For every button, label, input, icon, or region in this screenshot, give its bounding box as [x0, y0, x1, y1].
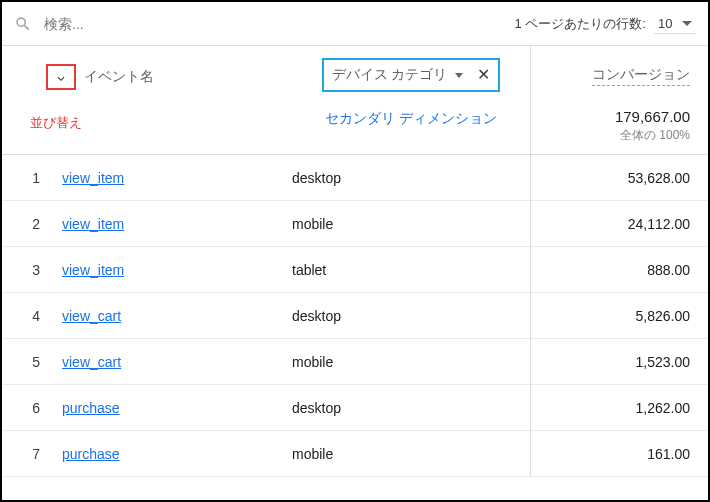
- device-cell: mobile: [292, 354, 530, 370]
- rows-per-page: 1 ページあたりの行数: 10: [515, 14, 696, 34]
- event-cell: purchase: [62, 400, 292, 416]
- event-header-label: イベント名: [84, 68, 154, 84]
- conversion-pct: 全体の 100%: [543, 127, 690, 144]
- row-index: 7: [2, 446, 62, 462]
- column-event-name[interactable]: イベント名 並び替え: [2, 46, 292, 154]
- table-row: 6purchasedesktop1,262.00: [2, 385, 708, 431]
- table-row: 5view_cartmobile1,523.00: [2, 339, 708, 385]
- device-cell: desktop: [292, 400, 530, 416]
- conversion-cell: 888.00: [530, 247, 708, 292]
- table-body: 1view_itemdesktop53,628.002view_itemmobi…: [2, 155, 708, 477]
- event-cell: purchase: [62, 446, 292, 462]
- conversion-cell: 161.00: [530, 431, 708, 476]
- device-chip-label: デバイス カテゴリ: [332, 66, 448, 84]
- row-index: 3: [2, 262, 62, 278]
- table-row: 1view_itemdesktop53,628.00: [2, 155, 708, 201]
- row-index: 1: [2, 170, 62, 186]
- chevron-down-icon: [455, 73, 463, 78]
- row-index: 4: [2, 308, 62, 324]
- table-row: 4view_cartdesktop5,826.00: [2, 293, 708, 339]
- conversion-header-label: コンバージョン: [592, 64, 690, 86]
- arrow-down-icon: [54, 70, 68, 84]
- row-index: 6: [2, 400, 62, 416]
- device-cell: desktop: [292, 308, 530, 324]
- event-link[interactable]: view_cart: [62, 308, 121, 324]
- sort-annotation: 並び替え: [30, 114, 82, 132]
- conversion-cell: 1,523.00: [530, 339, 708, 384]
- secondary-dimension-link[interactable]: セカンダリ ディメンション: [325, 110, 497, 128]
- rows-per-page-select[interactable]: 10: [654, 14, 696, 34]
- close-icon[interactable]: ✕: [477, 67, 490, 83]
- event-link[interactable]: view_item: [62, 262, 124, 278]
- device-cell: desktop: [292, 170, 530, 186]
- table-row: 3view_itemtablet888.00: [2, 247, 708, 293]
- table-row: 7purchasemobile161.00: [2, 431, 708, 477]
- search-bar: 1 ページあたりの行数: 10: [2, 2, 708, 46]
- event-cell: view_item: [62, 262, 292, 278]
- conversion-total: 179,667.00: [543, 108, 690, 125]
- event-link[interactable]: view_item: [62, 216, 124, 232]
- event-link[interactable]: purchase: [62, 400, 120, 416]
- conversion-cell: 24,112.00: [530, 201, 708, 246]
- rows-per-page-label: 1 ページあたりの行数:: [515, 15, 646, 33]
- event-cell: view_cart: [62, 354, 292, 370]
- search-input[interactable]: [44, 16, 515, 32]
- row-index: 5: [2, 354, 62, 370]
- conversion-cell: 5,826.00: [530, 293, 708, 338]
- device-category-chip[interactable]: デバイス カテゴリ ✕: [322, 58, 501, 92]
- row-index: 2: [2, 216, 62, 232]
- chevron-down-icon: [682, 21, 692, 26]
- device-cell: mobile: [292, 216, 530, 232]
- column-conversion[interactable]: コンバージョン 179,667.00 全体の 100%: [530, 46, 708, 154]
- device-cell: mobile: [292, 446, 530, 462]
- event-cell: view_item: [62, 216, 292, 232]
- rows-per-page-value: 10: [658, 16, 672, 31]
- event-cell: view_cart: [62, 308, 292, 324]
- column-device-category: デバイス カテゴリ ✕ セカンダリ ディメンション: [292, 46, 530, 154]
- conversion-cell: 1,262.00: [530, 385, 708, 430]
- table-row: 2view_itemmobile24,112.00: [2, 201, 708, 247]
- search-icon: [14, 15, 32, 33]
- device-cell: tablet: [292, 262, 530, 278]
- event-link[interactable]: view_cart: [62, 354, 121, 370]
- table-header: イベント名 並び替え デバイス カテゴリ ✕ セカンダリ ディメンション コンバ…: [2, 46, 708, 155]
- sort-indicator-box: [46, 64, 76, 90]
- event-link[interactable]: view_item: [62, 170, 124, 186]
- event-cell: view_item: [62, 170, 292, 186]
- conversion-cell: 53,628.00: [530, 155, 708, 200]
- event-link[interactable]: purchase: [62, 446, 120, 462]
